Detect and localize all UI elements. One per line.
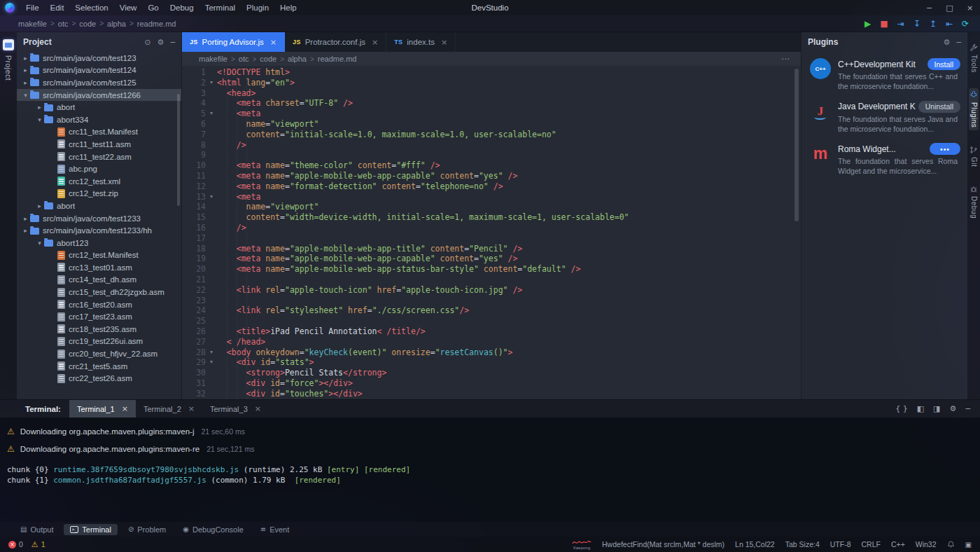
tree-file-item[interactable]: crc11_test11.asm (17, 138, 181, 151)
tree-folder-item[interactable]: ▾abort334 (17, 113, 181, 126)
bell-icon[interactable] (947, 541, 955, 548)
editor-tab[interactable]: JSProtractor.conf.js× (285, 32, 386, 52)
status-line-ending[interactable]: CRLF (862, 540, 881, 548)
chevron-right-icon[interactable]: ▸ (21, 55, 30, 62)
chevron-down-icon[interactable]: ▾ (35, 240, 44, 247)
fold-icon[interactable]: ▾ (206, 78, 217, 88)
terminal-tab[interactable]: Terminal_3× (202, 400, 269, 418)
terminal-tab[interactable]: Terminal_1× (69, 400, 136, 418)
more-options-icon[interactable]: ⋯ (781, 54, 790, 64)
menu-edit[interactable]: Edit (45, 0, 70, 15)
tree-file-item[interactable]: crc21_test5.asm (17, 360, 181, 373)
tree-file-item[interactable]: crc16_test20.asm (17, 298, 181, 311)
tree-file-item[interactable]: crc22_test26.asm (17, 372, 181, 385)
tree-folder-item[interactable]: ▸src/main/java/com/test1233 (17, 212, 181, 225)
tool-strip-plugins[interactable]: Plugins (969, 88, 979, 130)
tree-folder-item[interactable]: ▸abort (17, 200, 181, 212)
close-tab-icon[interactable]: × (441, 38, 447, 47)
split-right-icon[interactable]: ◨ (933, 404, 940, 413)
project-tool-window-label[interactable]: Project (4, 55, 13, 81)
breadcrumb-item[interactable]: otc (58, 20, 69, 28)
warning-count-badge[interactable]: ⚠ 1 (31, 540, 46, 549)
menu-selection[interactable]: Selection (69, 0, 113, 15)
tool-strip-debug[interactable]: Debug (969, 182, 979, 221)
tree-folder-item[interactable]: ▸src/main/java/com/test125 (17, 76, 181, 89)
refresh-icon[interactable]: ⟳ (962, 20, 969, 28)
install-button[interactable]: Install (927, 58, 960, 70)
breadcrumb-item[interactable]: makefile (199, 55, 227, 63)
tree-file-item[interactable]: crc12_test.zip (17, 188, 181, 200)
window-minimize-icon[interactable]: ─ (919, 0, 939, 15)
chevron-right-icon[interactable]: ▸ (21, 215, 30, 222)
close-tab-icon[interactable]: × (122, 404, 128, 413)
step-back-icon[interactable]: ⇤ (946, 20, 953, 28)
gear-icon[interactable]: ⚙ (944, 38, 951, 47)
breadcrumb-item[interactable]: readme.md (137, 20, 176, 28)
chevron-right-icon[interactable]: ▸ (35, 104, 44, 111)
window-maximize-icon[interactable]: □ (939, 0, 960, 15)
breadcrumb-item[interactable]: otc (239, 55, 249, 63)
gear-icon[interactable]: ⚙ (950, 404, 957, 413)
tree-file-item[interactable]: crc17_test23.asm (17, 310, 181, 323)
breadcrumb-item[interactable]: code (260, 55, 276, 63)
tree-folder-item[interactable]: ▸src/main/java/com/test123 (17, 52, 181, 64)
tree-file-item[interactable]: crc11_test22.asm (17, 151, 181, 163)
menu-go[interactable]: Go (142, 0, 164, 15)
stop-icon[interactable]: ■ (880, 20, 888, 28)
tree-folder-item[interactable]: ▸src/main/java/com/test124 (17, 64, 181, 77)
tree-file-item[interactable]: crc18_test235.asm (17, 323, 181, 336)
locate-file-icon[interactable]: ⊙ (144, 38, 150, 47)
fold-icon[interactable]: ▾ (206, 192, 217, 202)
tree-file-item[interactable]: crc12_test.Manifest (17, 249, 181, 262)
breadcrumb-item[interactable]: alpha (107, 20, 126, 28)
tree-file-item[interactable]: crc20_test_hfjvv_22.asm (17, 347, 181, 360)
terminal-tab[interactable]: Terminal_2× (136, 400, 202, 418)
chevron-down-icon[interactable]: ▾ (21, 92, 30, 99)
split-left-icon[interactable]: ◧ (917, 404, 924, 413)
menu-view[interactable]: View (114, 0, 143, 15)
more-actions-button[interactable]: ••• (930, 143, 960, 155)
fold-icon[interactable]: ▾ (206, 109, 217, 119)
terminal-output[interactable]: ⚠Downloading org.apache.maven.plugins:ma… (0, 418, 980, 522)
panel-tab-problem[interactable]: ⊘Problem (122, 524, 172, 535)
chevron-right-icon[interactable]: ▸ (21, 227, 30, 234)
editor-tab[interactable]: TSindex.ts× (386, 32, 456, 52)
tree-file-item[interactable]: crc13_test01.asm (17, 261, 181, 274)
menu-help[interactable]: Help (274, 0, 302, 15)
chevron-down-icon[interactable]: ▾ (35, 116, 44, 123)
tree-file-item[interactable]: crc14_test_dh.asm (17, 274, 181, 287)
project-scrollbar-thumb[interactable] (177, 94, 180, 206)
breadcrumb-item[interactable]: alpha (288, 55, 307, 63)
run-icon[interactable]: ▶ (864, 20, 871, 28)
layout-icon[interactable]: ▣ (965, 541, 972, 548)
gear-icon[interactable]: ⚙ (158, 38, 164, 47)
tool-strip-tools[interactable]: Tools (969, 41, 979, 76)
tree-file-item[interactable]: crc12_test.xml (17, 175, 181, 188)
close-tab-icon[interactable]: × (372, 38, 378, 47)
breadcrumb-item[interactable]: makefile (18, 20, 47, 28)
status-platform[interactable]: Win32 (916, 540, 937, 548)
tree-file-item[interactable]: crc11_test.Manifest (17, 126, 181, 139)
status-encoding[interactable]: UTF-8 (830, 540, 851, 548)
tree-folder-item[interactable]: ▸src/main/java/com/test1233/hh (17, 224, 181, 237)
panel-tab-debugconsole[interactable]: ◉DebugConsole (176, 524, 250, 535)
breadcrumb-item[interactable]: code (79, 20, 96, 28)
braces-icon[interactable]: { } (895, 404, 908, 413)
tree-folder-item[interactable]: ▸abort (17, 101, 181, 113)
status-function-signature[interactable]: HwdefectFind(Mat srclm,Mat * deslm) (602, 540, 724, 548)
hide-panel-icon[interactable]: ─ (956, 38, 961, 47)
chevron-right-icon[interactable]: ▸ (21, 79, 30, 86)
fold-icon[interactable]: ▾ (206, 357, 217, 368)
uninstall-button[interactable]: Uninstall (918, 101, 960, 113)
hide-panel-icon[interactable]: ─ (965, 404, 970, 413)
status-language[interactable]: C++ (891, 540, 905, 548)
status-cursor-position[interactable]: Ln 15,Col22 (735, 540, 775, 548)
chevron-right-icon[interactable]: ▸ (35, 202, 44, 209)
tool-strip-git[interactable]: Git (969, 143, 979, 170)
close-tab-icon[interactable]: × (270, 38, 276, 47)
code-editor[interactable]: 1 <!DOCTYPE html>2▾<html lang="en">3 <he… (182, 66, 801, 399)
panel-tab-output[interactable]: ▤Output (14, 524, 59, 535)
editor-tab[interactable]: JSPorting Advisor.js× (182, 32, 285, 52)
step-down-icon[interactable]: ↧ (913, 20, 920, 28)
tree-file-item[interactable]: crc15_test_dh22jzgxb.asm (17, 286, 181, 298)
